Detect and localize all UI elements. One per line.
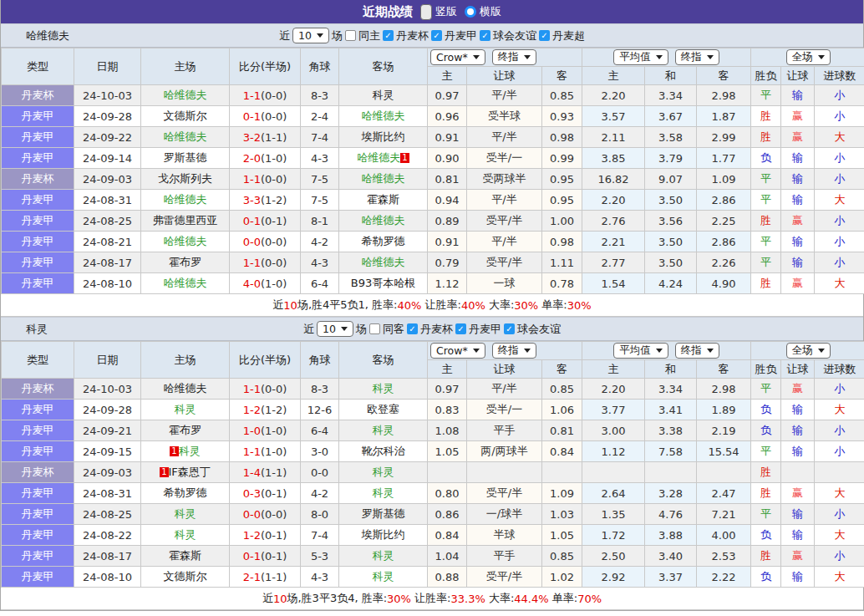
league-cell: 丹麦甲 (2, 441, 74, 462)
team-name[interactable]: 哈维德夫 (164, 130, 207, 143)
team-name[interactable]: 科灵 (175, 528, 196, 541)
team-name[interactable]: 科灵 (373, 570, 394, 583)
away-team-cell: 科灵 (339, 420, 428, 441)
team-name[interactable]: 罗斯基德 (164, 151, 207, 164)
league-filter-checkbox[interactable]: ✓ (407, 323, 418, 334)
final-odds-select[interactable]: 终指 (492, 49, 536, 65)
team-name[interactable]: 希勒罗德 (362, 235, 405, 247)
avg-away-odds-cell (697, 462, 751, 483)
team-name[interactable]: IF森恩丁 (169, 466, 211, 478)
bookmaker-select[interactable]: Crow* (430, 343, 485, 359)
team-name[interactable]: 哈维德夫 (164, 89, 207, 101)
goals-result-cell: 小 (815, 169, 864, 190)
league-filter-checkbox-label[interactable]: 丹麦甲 (445, 28, 477, 43)
vertical-layout-radio-group[interactable]: 竖版 (420, 4, 457, 20)
team-name[interactable]: 欧登塞 (367, 403, 399, 415)
date-cell: 24-08-25 (74, 504, 141, 525)
team-name[interactable]: 哈维德夫 (164, 382, 207, 395)
match-count-select[interactable]: 10 (292, 28, 329, 43)
same-venue-checkbox[interactable] (369, 323, 380, 334)
team-name[interactable]: 哈维德夫 (164, 277, 207, 289)
final-odds-select-2[interactable]: 终指 (675, 343, 719, 359)
team-name[interactable]: B93哥本哈根 (351, 277, 415, 289)
handicap-line-cell: 一球 (467, 273, 542, 294)
full-match-select[interactable]: 全场 (786, 49, 831, 65)
team-name[interactable]: 哈维德夫 (362, 214, 405, 227)
avg-home-odds-cell: 2.76 (582, 211, 645, 232)
same-venue-checkbox-label[interactable]: 同客 (383, 322, 404, 337)
team-name[interactable]: 科灵 (373, 486, 394, 499)
league-filter-checkbox-label[interactable]: 球会友谊 (493, 28, 536, 43)
team-name[interactable]: 科灵 (175, 403, 196, 415)
league-filter-checkbox[interactable]: ✓ (480, 30, 490, 41)
league-filter-checkbox[interactable]: ✓ (504, 323, 515, 334)
team-name[interactable]: 靴尔科治 (362, 445, 405, 457)
horizontal-radio-label[interactable]: 横版 (480, 4, 501, 19)
goals-result-cell: 小 (815, 211, 864, 232)
team-name[interactable]: 科灵 (179, 445, 201, 457)
team-name[interactable]: 霍森斯 (169, 549, 201, 562)
horizontal-layout-radio-group[interactable]: 横版 (465, 4, 501, 19)
team-name[interactable]: 希勒罗德 (164, 486, 207, 499)
corner-cell: 4-2 (301, 232, 339, 252)
vertical-radio-label[interactable]: 竖版 (435, 4, 457, 19)
team-name[interactable]: 科灵 (373, 466, 394, 478)
league-filter-checkbox-label[interactable]: 丹麦杯 (396, 28, 429, 43)
league-filter-checkbox-label[interactable]: 丹麦杯 (420, 322, 453, 337)
subcol-result: 胜负 (751, 360, 781, 379)
avg-home-odds-cell: 2.21 (582, 232, 645, 252)
league-filter-checkbox[interactable]: ✓ (539, 30, 550, 41)
team-name[interactable]: 罗斯基德 (362, 507, 405, 520)
team-name[interactable]: 哈维德夫 (362, 172, 405, 185)
team-name[interactable]: 霍森斯 (367, 193, 399, 206)
team-name[interactable]: 科灵 (373, 382, 394, 395)
average-select[interactable]: 平均值 (613, 343, 668, 359)
league-filter-checkbox[interactable]: ✓ (455, 323, 466, 334)
team-name[interactable]: 霍布罗 (169, 424, 201, 436)
score-cell: 4-0(1-0) (230, 273, 301, 294)
team-name[interactable]: 文德斯尔 (164, 570, 207, 583)
team-name[interactable]: 埃斯比约 (362, 528, 405, 541)
vertical-radio-icon[interactable] (420, 4, 432, 20)
handicap-away-odds-cell: 0.84 (542, 441, 582, 462)
handicap-home-odds-cell: 1.05 (428, 441, 467, 462)
col-header-corner: 角球 (301, 342, 339, 379)
half-time-score: (0-0) (261, 257, 287, 269)
summary-segment: 30% (387, 593, 411, 605)
team-name[interactable]: 科灵 (175, 507, 196, 520)
team-name[interactable]: 哈维德夫 (357, 151, 400, 164)
team-name[interactable]: 哈维德夫 (362, 256, 405, 268)
team-name[interactable]: 弗雷德里西亚 (153, 214, 218, 227)
table-row: 丹麦甲24-08-31哈维德夫3-3(1-2)7-5霍森斯0.94平/半0.95… (2, 190, 864, 211)
team-name[interactable]: 霍布罗 (169, 256, 201, 268)
league-filter-checkbox-label[interactable]: 丹麦超 (552, 28, 585, 43)
final-odds-select[interactable]: 终指 (492, 343, 536, 359)
team-name[interactable]: 文德斯尔 (164, 109, 207, 122)
same-venue-checkbox-label[interactable]: 同主 (358, 28, 380, 43)
corner-cell: 8-3 (301, 379, 339, 400)
team-name[interactable]: 哈维德夫 (164, 235, 207, 247)
final-odds-select-2[interactable]: 终指 (675, 49, 719, 65)
league-filter-checkbox-label[interactable]: 球会友谊 (517, 322, 561, 337)
same-venue-checkbox[interactable] (345, 30, 356, 41)
avg-home-odds-cell: 2.92 (582, 567, 645, 588)
team-name[interactable]: 科灵 (373, 549, 394, 562)
avg-away-odds-cell: 1.87 (697, 106, 751, 127)
team-name[interactable]: 戈尔斯列夫 (158, 172, 212, 185)
team-name[interactable]: 科灵 (373, 89, 394, 101)
average-select[interactable]: 平均值 (613, 49, 668, 65)
bookmaker-select[interactable]: Crow* (430, 49, 485, 65)
team-name[interactable]: 哈维德夫 (164, 193, 207, 206)
horizontal-radio-icon[interactable] (465, 6, 476, 18)
league-filter-checkbox[interactable]: ✓ (383, 30, 394, 41)
team-name[interactable]: 哈维德夫 (362, 109, 405, 122)
chevron-down-icon (818, 55, 825, 59)
team-name[interactable]: 埃斯比约 (362, 130, 405, 143)
full-match-select[interactable]: 全场 (786, 343, 831, 359)
avg-away-odds-cell: 2.86 (697, 232, 751, 252)
team-name[interactable]: 科灵 (373, 424, 394, 436)
league-filter-checkbox-label[interactable]: 丹麦甲 (469, 322, 501, 337)
match-count-select[interactable]: 10 (317, 321, 353, 337)
league-filter-checkbox[interactable]: ✓ (431, 30, 442, 41)
avg-draw-odds-cell: 3.41 (645, 400, 697, 420)
